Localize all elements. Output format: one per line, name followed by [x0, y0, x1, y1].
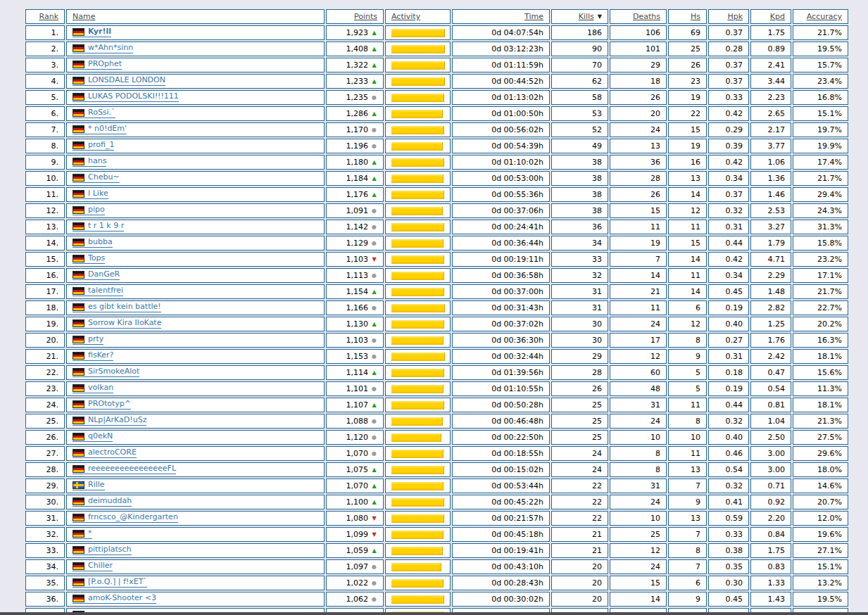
- player-link[interactable]: fisKer?: [73, 351, 113, 361]
- player-link[interactable]: LUKAS PODOLSKI!!!111: [73, 92, 179, 102]
- player-link[interactable]: Chebu~: [73, 173, 120, 183]
- player-link[interactable]: q0ekN: [73, 432, 113, 442]
- deaths-cell: 31: [610, 478, 667, 493]
- accuracy-header-link[interactable]: Accuracy: [807, 12, 842, 21]
- table-row: 27. alectroCORE 1,070● 0d 00:18:55h 24 8…: [25, 446, 848, 461]
- name-cell: I Like: [66, 187, 325, 202]
- activity-bar: [391, 514, 444, 523]
- hs-cell: 7: [668, 478, 707, 493]
- player-link[interactable]: bubba: [73, 238, 113, 248]
- player-link[interactable]: NLp|ArKaD!uSz: [73, 416, 146, 426]
- player-link[interactable]: amoK-Shooter <3: [73, 594, 156, 604]
- kpd-cell: 3.77: [750, 139, 791, 153]
- player-link[interactable]: RoSsi.`: [73, 108, 115, 118]
- player-link[interactable]: deimuddah: [73, 497, 132, 507]
- points-value: 1,059: [346, 546, 369, 555]
- player-link[interactable]: Chiller: [73, 562, 113, 571]
- player-name: es gibt kein battle!: [88, 303, 161, 311]
- points-value: 1,114: [346, 368, 369, 377]
- points-cell: 1,070●: [326, 446, 384, 461]
- player-name: fisKer?: [88, 351, 113, 360]
- player-link[interactable]: Rille: [73, 481, 105, 490]
- accuracy-cell: 13.2%: [793, 576, 848, 590]
- player-link[interactable]: pipo: [73, 205, 105, 215]
- kpd-cell: 3.00: [750, 446, 791, 461]
- rank-cell: 23.: [25, 381, 65, 396]
- kills-header-link[interactable]: Kills: [579, 12, 594, 21]
- deaths-cell: 24: [610, 559, 667, 574]
- activity-cell: [385, 576, 451, 590]
- hs-cell: 6: [668, 300, 707, 315]
- player-link[interactable]: alectroCORE: [73, 448, 137, 458]
- hpk-header-link[interactable]: Hpk: [727, 12, 743, 21]
- activity-cell: [385, 236, 451, 251]
- player-link[interactable]: reeeeeeeeeeeeeeeeFL: [73, 464, 176, 474]
- points-header-link[interactable]: Points: [354, 12, 377, 21]
- kpd-cell: 1.46: [750, 187, 791, 202]
- player-link[interactable]: frncsco_@Kindergarten: [73, 513, 178, 523]
- activity-cell: [385, 187, 451, 202]
- player-link[interactable]: pittiplatsch: [73, 545, 132, 555]
- player-name: amoK-Shooter <3: [88, 594, 156, 602]
- player-link[interactable]: [P.o.Q.] | f!xET`: [73, 578, 147, 588]
- kpd-cell: 2.29: [750, 268, 791, 283]
- hpk-cell: 0.54: [708, 462, 749, 477]
- kills-cell: 22: [551, 495, 608, 509]
- activity-cell: [385, 122, 451, 137]
- player-link[interactable]: talentfrei: [73, 286, 123, 296]
- germany-flag-icon: [73, 44, 84, 52]
- kpd-header-link[interactable]: Kpd: [770, 12, 785, 21]
- deaths-header-link[interactable]: Deaths: [633, 12, 660, 21]
- rank-cell: 34.: [25, 559, 65, 574]
- player-link[interactable]: prty: [73, 335, 103, 345]
- player-link[interactable]: PROphet: [73, 60, 122, 70]
- kills-cell: 20: [551, 576, 608, 590]
- deaths-cell: 19: [610, 236, 667, 251]
- points-value: 1,070: [346, 481, 369, 490]
- player-link[interactable]: Sorrow Kira IloKate: [73, 319, 161, 329]
- points-cell: 1,235●: [326, 90, 384, 105]
- player-link[interactable]: DanGeR: [73, 270, 120, 280]
- rank-cell: 11.: [25, 187, 65, 202]
- player-link[interactable]: t r 1 k 9 r: [73, 222, 124, 232]
- player-link[interactable]: Kyr!ll: [73, 27, 111, 37]
- player-link[interactable]: SirSmokeAlot: [73, 367, 139, 377]
- deaths-cell: 21: [610, 284, 667, 299]
- name-header-link[interactable]: Name: [73, 12, 95, 21]
- player-name: Tops: [88, 254, 105, 262]
- player-link[interactable]: volkan: [73, 383, 113, 393]
- germany-flag-icon: [73, 255, 84, 262]
- trend-steady-icon: ●: [371, 435, 377, 440]
- kpd-cell: 2.65: [750, 106, 791, 121]
- time-header-link[interactable]: Time: [524, 12, 543, 21]
- player-link[interactable]: LONSDALE LONDON: [73, 76, 165, 86]
- player-link[interactable]: profi_1: [73, 141, 114, 151]
- player-link[interactable]: I Like: [73, 189, 108, 199]
- player-link[interactable]: * n0!dEm': [73, 125, 127, 134]
- kpd-cell: 1.04: [750, 414, 791, 429]
- accuracy-cell: 18.0%: [793, 462, 848, 477]
- rank-cell: 15.: [25, 252, 65, 267]
- activity-bar: [391, 433, 441, 442]
- accuracy-cell: 19.7%: [793, 122, 848, 137]
- activity-header-link[interactable]: Activity: [391, 12, 420, 21]
- player-name: bubba: [88, 238, 113, 246]
- player-link[interactable]: PROtotyp^: [73, 400, 131, 410]
- activity-bar: [391, 579, 444, 588]
- hpk-cell: 0.42: [708, 106, 749, 121]
- rank-header-link[interactable]: Rank: [39, 12, 58, 21]
- activity-bar: [391, 336, 444, 345]
- hs-header-link[interactable]: Hs: [691, 12, 700, 21]
- table-row: 26. q0ekN 1,120● 0d 00:22:50h 25 10 10 0…: [25, 430, 848, 445]
- name-cell: PROphet: [66, 58, 325, 72]
- player-link[interactable]: Tops: [73, 254, 105, 264]
- player-link[interactable]: hans: [73, 157, 106, 167]
- time-cell: 0d 00:36:58h: [452, 268, 550, 283]
- player-link[interactable]: es gibt kein battle!: [73, 303, 161, 312]
- activity-bar: [391, 498, 444, 507]
- player-link[interactable]: w*Ahn*sinn: [73, 44, 133, 53]
- player-link[interactable]: *: [73, 529, 92, 539]
- time-cell: 0d 00:15:02h: [452, 462, 550, 477]
- accuracy-cell: 15.6%: [793, 365, 848, 380]
- player-name: hans: [88, 157, 106, 165]
